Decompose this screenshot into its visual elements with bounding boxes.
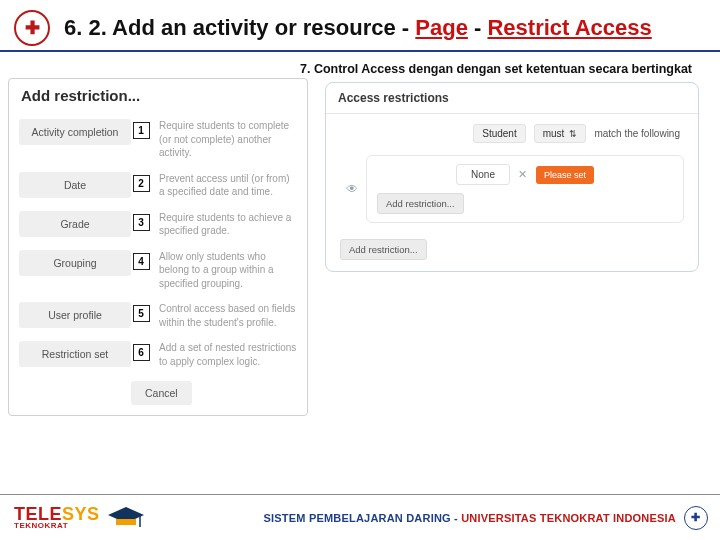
- brand-teknokrat: TEKNOKRAT: [14, 522, 100, 529]
- callout-3: 3: [133, 214, 150, 231]
- footer-logo: TELESYS TEKNOKRAT: [14, 505, 146, 531]
- title-em-page: Page: [415, 15, 468, 40]
- university-crest-icon: ✚: [14, 10, 50, 46]
- title-prefix: 6. 2. Add an activity or resource -: [64, 15, 415, 40]
- footer-text-b: UNIVERSITAS TEKNOKRAT INDONESIA: [461, 512, 676, 524]
- add-restriction-modal: Add restriction... Activity completion 1…: [8, 78, 308, 416]
- remove-condition-icon[interactable]: ✕: [516, 168, 530, 182]
- svg-rect-1: [116, 519, 136, 525]
- none-dropdown[interactable]: None: [456, 164, 510, 185]
- callout-6: 6: [133, 344, 150, 361]
- callout-4: 4: [133, 253, 150, 270]
- option-desc: Prevent access until (or from) a specifi…: [151, 172, 297, 199]
- option-grade: Grade 3 Require students to achieve a sp…: [9, 206, 307, 243]
- header-rule: [0, 50, 720, 52]
- option-button-activity-completion[interactable]: Activity completion: [19, 119, 131, 145]
- option-grouping: Grouping 4 Allow only students who belon…: [9, 245, 307, 296]
- option-restriction-set: Restriction set 6 Add a set of nested re…: [9, 336, 307, 373]
- option-desc: Allow only students who belong to a grou…: [151, 250, 297, 291]
- add-restriction-outer-button[interactable]: Add restriction...: [340, 239, 427, 260]
- title-em-restrict: Restrict Access: [487, 15, 651, 40]
- callout-1: 1: [133, 122, 150, 139]
- option-button-date[interactable]: Date: [19, 172, 131, 198]
- option-button-grade[interactable]: Grade: [19, 211, 131, 237]
- option-desc: Require students to achieve a specified …: [151, 211, 297, 238]
- chevron-updown-icon: ⇅: [569, 129, 577, 139]
- student-dropdown[interactable]: Student: [473, 124, 525, 143]
- match-text: match the following: [594, 128, 680, 139]
- match-rule-row: Student must ⇅ match the following: [326, 114, 698, 149]
- option-desc: Require students to complete (or not com…: [151, 119, 297, 160]
- access-restrictions-panel: Access restrictions Student must ⇅ match…: [325, 82, 699, 272]
- option-desc: Add a set of nested restrictions to appl…: [151, 341, 297, 368]
- title-sep: -: [468, 15, 488, 40]
- modal-title: Add restriction...: [9, 79, 307, 114]
- callout-5: 5: [133, 305, 150, 322]
- please-set-badge: Please set: [536, 166, 594, 184]
- option-button-grouping[interactable]: Grouping: [19, 250, 131, 276]
- student-dropdown-label: Student: [482, 128, 516, 139]
- graduation-cap-icon: [106, 505, 146, 531]
- option-user-profile: User profile 5 Control access based on f…: [9, 297, 307, 334]
- option-date: Date 2 Prevent access until (or from) a …: [9, 167, 307, 204]
- panel-title: Access restrictions: [326, 83, 698, 107]
- option-button-user-profile[interactable]: User profile: [19, 302, 131, 328]
- option-desc: Control access based on fields within th…: [151, 302, 297, 329]
- cancel-button[interactable]: Cancel: [131, 381, 192, 405]
- footer-text: SISTEM PEMBELAJARAN DARING - UNIVERSITAS…: [263, 506, 708, 530]
- nested-restriction-set: None ✕ Please set Add restriction...: [366, 155, 684, 223]
- header: ✚ 6. 2. Add an activity or resource - Pa…: [0, 6, 720, 50]
- step-subtitle: 7. Control Access dengan dengan set kete…: [300, 62, 692, 76]
- footer: TELESYS TEKNOKRAT SISTEM PEMBELAJARAN DA…: [0, 494, 720, 540]
- add-restriction-inner-button[interactable]: Add restriction...: [377, 193, 464, 214]
- footer-crest-icon: ✚: [684, 506, 708, 530]
- brand-telesys: TELESYS: [14, 506, 100, 522]
- eye-icon[interactable]: 👁: [346, 182, 358, 196]
- option-button-restriction-set[interactable]: Restriction set: [19, 341, 131, 367]
- footer-text-a: SISTEM PEMBELAJARAN DARING -: [263, 512, 461, 524]
- must-dropdown[interactable]: must ⇅: [534, 124, 587, 143]
- callout-2: 2: [133, 175, 150, 192]
- slide-title: 6. 2. Add an activity or resource - Page…: [64, 15, 652, 41]
- option-activity-completion: Activity completion 1 Require students t…: [9, 114, 307, 165]
- must-dropdown-label: must: [543, 128, 565, 139]
